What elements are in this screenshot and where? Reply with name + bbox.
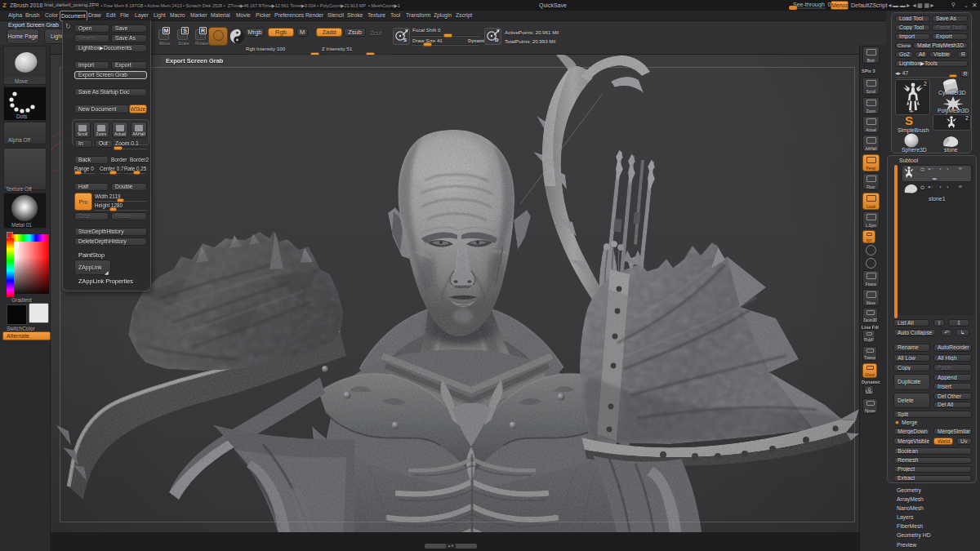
svg-text:D: D bbox=[495, 38, 499, 42]
svg-text:S: S bbox=[403, 38, 407, 42]
